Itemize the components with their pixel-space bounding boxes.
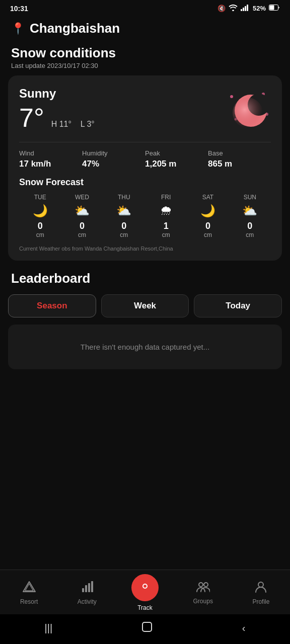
weather-top: Sunny 7° H 11° L 3° xyxy=(19,87,271,133)
nav-item-resort[interactable]: Resort xyxy=(0,580,58,605)
humidity-label: Humidity xyxy=(82,149,145,157)
weather-source: Current Weather obs from Wanda Changbais… xyxy=(19,246,271,252)
weather-temp: 7° xyxy=(19,103,44,133)
snow-conditions-title: Snow conditions xyxy=(0,40,290,62)
header: 📍 Changbaishan xyxy=(0,15,290,40)
stat-base: Base 865 m xyxy=(208,149,271,169)
svg-rect-19 xyxy=(91,581,93,592)
track-button[interactable] xyxy=(131,574,159,601)
activity-icon xyxy=(81,580,94,596)
base-label: Base xyxy=(208,149,271,157)
forecast-day-fri: FRI 🌨 1 cm xyxy=(145,194,187,238)
track-icon xyxy=(139,580,151,595)
svg-rect-2 xyxy=(243,8,244,11)
battery-text: 52% xyxy=(253,5,266,12)
svg-rect-1 xyxy=(241,9,242,11)
svg-point-21 xyxy=(143,585,147,588)
activity-label: Activity xyxy=(78,598,97,605)
wind-value: 17 km/h xyxy=(19,159,82,169)
location-title: Changbaishan xyxy=(30,21,120,36)
tab-today[interactable]: Today xyxy=(194,294,282,317)
forecast-day-tue: TUE 🌙 0 cm xyxy=(19,194,61,238)
leaderboard-tabs: SeasonWeekToday xyxy=(0,294,290,325)
svg-point-24 xyxy=(258,582,263,587)
tab-week[interactable]: Week xyxy=(101,294,189,317)
svg-rect-25 xyxy=(142,622,152,631)
status-icons: 🔇 52% xyxy=(218,4,280,13)
svg-point-7 xyxy=(230,95,233,98)
forecast-title: Snow Forecast xyxy=(19,177,271,188)
svg-point-22 xyxy=(199,583,203,587)
wind-label: Wind xyxy=(19,149,82,157)
forecast-row: TUE 🌙 0 cm WED ⛅ 0 cm THU ⛅ 0 cm FRI 🌨 1… xyxy=(19,194,271,238)
peak-value: 1,205 m xyxy=(145,159,208,169)
home-button[interactable] xyxy=(141,621,153,635)
resort-icon xyxy=(23,580,36,596)
svg-point-23 xyxy=(204,583,208,587)
stat-humidity: Humidity 47% xyxy=(82,149,145,169)
system-nav: ||| ‹ xyxy=(0,614,290,644)
svg-rect-18 xyxy=(88,583,90,592)
peak-label: Peak xyxy=(145,149,208,157)
resort-label: Resort xyxy=(20,598,38,605)
recent-apps-button[interactable]: ||| xyxy=(45,622,53,634)
location-icon: 📍 xyxy=(11,22,25,35)
last-update: Last update 2023/10/17 02:30 xyxy=(0,62,290,75)
battery-icon xyxy=(269,5,280,12)
svg-rect-3 xyxy=(245,6,246,11)
forecast-day-sat: SAT 🌙 0 cm xyxy=(187,194,229,238)
weather-moon-icon xyxy=(226,87,271,132)
weather-stats: Wind 17 km/h Humidity 47% Peak 1,205 m B… xyxy=(19,142,271,169)
svg-rect-16 xyxy=(82,588,84,592)
bottom-nav: Resort Activity Track xyxy=(0,570,290,614)
profile-label: Profile xyxy=(252,598,269,605)
weather-hl: H 11° L 3° xyxy=(51,120,95,129)
mute-icon: 🔇 xyxy=(218,5,226,12)
svg-rect-6 xyxy=(270,6,274,10)
track-label: Track xyxy=(137,604,153,611)
weather-condition: Sunny xyxy=(19,87,95,101)
weather-card: Sunny 7° H 11° L 3° xyxy=(8,75,282,261)
weather-temp-row: 7° H 11° L 3° xyxy=(19,103,95,133)
nav-item-profile[interactable]: Profile xyxy=(232,580,290,605)
svg-marker-14 xyxy=(23,582,35,592)
svg-rect-17 xyxy=(85,585,87,592)
svg-point-0 xyxy=(232,10,234,11)
status-time: 10:31 xyxy=(10,5,28,13)
forecast-day-thu: THU ⛅ 0 cm xyxy=(103,194,145,238)
leaderboard-title: Leaderboard xyxy=(0,271,290,294)
wifi-icon xyxy=(229,4,238,13)
back-button[interactable]: ‹ xyxy=(242,622,246,634)
svg-point-13 xyxy=(233,98,263,128)
stat-peak: Peak 1,205 m xyxy=(145,149,208,169)
forecast-day-sun: SUN ⛅ 0 cm xyxy=(229,194,271,238)
humidity-value: 47% xyxy=(82,159,145,169)
nav-item-track[interactable]: Track xyxy=(116,574,174,611)
weather-left: Sunny 7° H 11° L 3° xyxy=(19,87,95,133)
groups-label: Groups xyxy=(193,598,213,605)
tab-season[interactable]: Season xyxy=(8,294,96,317)
profile-icon xyxy=(254,580,267,596)
leaderboard-empty: There isn't enough data captured yet... xyxy=(8,325,282,369)
empty-message: There isn't enough data captured yet... xyxy=(81,343,209,351)
status-bar: 10:31 🔇 52% xyxy=(0,0,290,15)
svg-rect-4 xyxy=(247,5,248,11)
signal-icon xyxy=(241,4,250,13)
forecast-day-wed: WED ⛅ 0 cm xyxy=(61,194,103,238)
groups-icon xyxy=(196,581,210,596)
nav-item-groups[interactable]: Groups xyxy=(174,581,232,605)
base-value: 865 m xyxy=(208,159,271,169)
stat-wind: Wind 17 km/h xyxy=(19,149,82,169)
nav-item-activity[interactable]: Activity xyxy=(58,580,116,605)
